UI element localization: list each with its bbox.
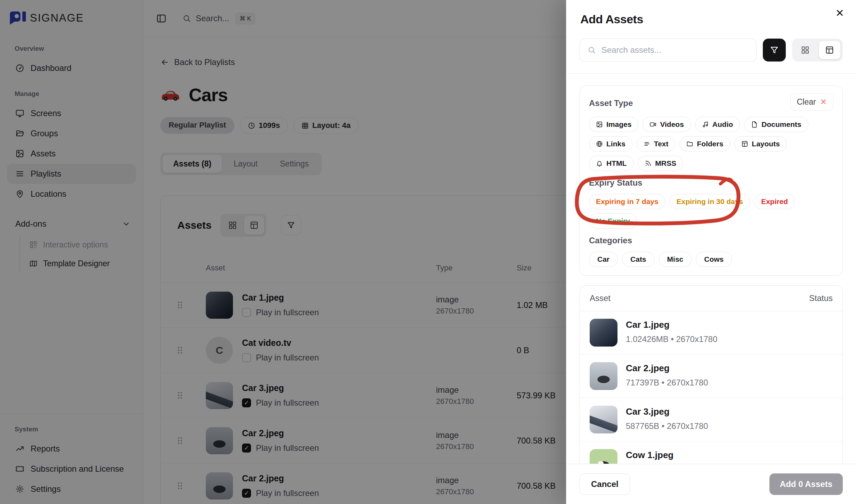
asset-thumbnail [590,362,617,390]
type-chip-folders[interactable]: Folders [679,136,730,152]
asset-meta: 1.02426MB • 2670x1780 [626,334,717,344]
layout-icon [741,140,748,147]
type-chip-mrss[interactable]: MRSS [638,156,683,171]
bell-icon [596,160,603,167]
globe-icon [596,140,603,147]
video-icon [649,121,656,128]
grid-view-icon [801,46,810,55]
chip-label: Text [654,140,669,148]
clear-filters-button[interactable]: Clear ✕ [790,94,833,111]
type-chip-documents[interactable]: Documents [744,117,808,132]
chip-label: Folders [697,140,723,148]
asset-name: Car 1.jpeg [626,319,717,330]
list-column-asset: Asset [590,293,611,303]
chip-label: Images [606,120,631,129]
close-icon[interactable]: ✕ [835,7,844,19]
asset-name: Car 3.jpeg [626,406,708,417]
chip-label: MRSS [655,159,676,168]
chip-label: Audio [712,120,733,129]
expiry-chip-7-days[interactable]: Expiring in 7 days [589,194,665,209]
asset-thumbnail [590,319,617,347]
drawer-view-toggle [792,39,843,62]
list-item[interactable]: Car 3.jpeg 587765B • 2670x1780 [580,398,842,441]
type-chip-html[interactable]: HTML [589,156,633,171]
table-view-icon [825,46,834,55]
category-chip-misc[interactable]: Misc [659,252,692,267]
chip-label: Documents [761,120,801,129]
filter-card: Asset Type Clear ✕ Images Videos Audio D… [580,86,843,276]
file-icon [751,121,758,128]
asset-type-label: Asset Type [589,98,633,108]
category-chip-cows[interactable]: Cows [696,252,732,267]
asset-name: Cow 1.jpeg [626,450,719,461]
asset-name: Car 2.jpeg [626,363,708,374]
drawer-filter-button[interactable] [763,39,786,62]
add-assets-button[interactable]: Add 0 Assets [769,473,843,495]
folder-icon [686,140,693,147]
search-icon [588,46,596,55]
funnel-icon [769,45,779,55]
type-chip-links[interactable]: Links [589,136,632,152]
drawer-table-view-button[interactable] [818,41,841,59]
type-chip-videos[interactable]: Videos [643,117,691,132]
clear-x-icon: ✕ [820,97,827,107]
drawer-divider [566,73,856,74]
type-chip-audio[interactable]: Audio [695,117,740,132]
drawer-grid-view-button[interactable] [794,41,816,59]
list-item[interactable]: Car 1.jpeg 1.02426MB • 2670x1780 [580,311,842,355]
category-chip-car[interactable]: Car [589,252,618,267]
list-column-status: Status [809,293,833,303]
type-chip-images[interactable]: Images [589,117,638,132]
expiry-chip-no-expiry[interactable]: No Expiry [589,213,637,229]
drawer-footer: Cancel Add 0 Assets [566,464,856,504]
clear-label: Clear [797,97,816,107]
cancel-button[interactable]: Cancel [580,473,630,495]
music-icon [702,121,709,128]
category-chip-cats[interactable]: Cats [622,252,655,267]
asset-meta: 587765B • 2670x1780 [626,421,708,431]
list-item[interactable]: Car 2.jpeg 717397B • 2670x1780 [580,355,842,398]
asset-search-input[interactable] [601,45,749,55]
rss-icon [645,160,652,167]
image-icon [596,121,603,128]
type-chip-layouts[interactable]: Layouts [734,136,787,152]
type-chip-text[interactable]: Text [637,136,676,152]
add-assets-drawer: ✕ Add Assets Asset Type Clear ✕ [566,0,856,504]
chip-label: Links [606,140,625,148]
chip-label: HTML [606,159,627,168]
expiry-status-label: Expiry Status [589,178,833,188]
asset-search-field[interactable] [580,39,757,62]
asset-meta: 717397B • 2670x1780 [626,378,708,388]
expiry-chip-expired[interactable]: Expired [754,194,795,209]
categories-label: Categories [589,236,833,245]
asset-thumbnail [590,406,617,433]
drawer-title: Add Assets [566,0,856,26]
text-lines-icon [644,140,651,147]
expiry-chip-30-days[interactable]: Expiring in 30 days [670,194,750,209]
chip-label: Layouts [752,140,780,148]
chip-label: Videos [660,120,684,129]
